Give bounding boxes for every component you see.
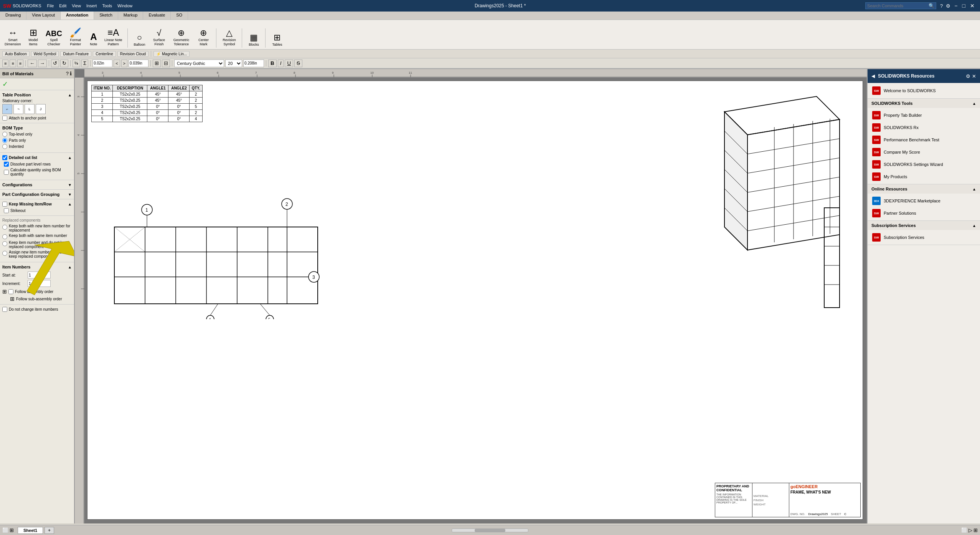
- replaced-opt2[interactable]: [2, 234, 7, 239]
- 3dexperience-item[interactable]: 3DX 3DEXPERIENCE Marketplace: [870, 195, 978, 207]
- solidworks-rx-item[interactable]: SW SOLIDWORKS Rx: [870, 121, 978, 134]
- datum-feature-btn[interactable]: Datum Feature: [60, 51, 91, 57]
- menu-edit[interactable]: Edit: [56, 3, 69, 9]
- do-not-change-checkbox[interactable]: [2, 307, 7, 312]
- calculate-checkbox[interactable]: [4, 170, 9, 175]
- outdent-btn[interactable]: →: [38, 60, 47, 67]
- corner-tl[interactable]: ⌐: [2, 104, 12, 114]
- format-painter-btn[interactable]: 🖌️ FormatPainter: [66, 26, 85, 48]
- replaced-opt1[interactable]: [2, 225, 7, 230]
- balloon-btn[interactable]: ○ Balloon: [131, 31, 148, 48]
- welcome-sw-item[interactable]: SW Welcome to SOLIDWORKS: [870, 84, 978, 97]
- minimize-button[interactable]: −: [952, 2, 960, 9]
- tab-drawing[interactable]: Drawing: [0, 12, 26, 20]
- keep-missing-checkbox[interactable]: [2, 202, 7, 207]
- corner-bl[interactable]: L: [25, 104, 35, 114]
- panel-settings-icon[interactable]: ⚙: [966, 73, 970, 79]
- my-products-item[interactable]: SW My Products: [870, 171, 978, 183]
- statusbar-icon1[interactable]: ⬜: [2, 527, 8, 533]
- table-position-header[interactable]: Table Position ▲: [2, 93, 72, 97]
- restore-button[interactable]: □: [960, 2, 968, 9]
- close-button[interactable]: ✕: [968, 2, 977, 9]
- sigma-btn[interactable]: Σ: [81, 60, 88, 67]
- menu-tools[interactable]: Tools: [99, 3, 115, 9]
- h-scrollbar[interactable]: [452, 528, 528, 532]
- detailed-cut-checkbox[interactable]: [2, 155, 7, 160]
- online-resources-header[interactable]: Online Resources ▲: [868, 184, 980, 194]
- statusbar-icon3[interactable]: ⬜: [961, 527, 967, 533]
- font-family-select[interactable]: Century Gothic: [174, 60, 224, 67]
- surface-finish-btn[interactable]: √ SurfaceFinish: [149, 27, 168, 48]
- settings-wizard-item[interactable]: SW SOLIDWORKS Settings Wizard: [870, 158, 978, 171]
- help-icon2[interactable]: ℹ: [70, 71, 72, 76]
- item-numbers-header[interactable]: Item Numbers ▲: [2, 265, 72, 269]
- grid-icon-btn[interactable]: ⊟: [162, 60, 170, 67]
- menu-window[interactable]: Window: [115, 3, 135, 9]
- help-button[interactable]: ?: [939, 3, 944, 9]
- keep-missing-header[interactable]: Keep Missing Item/Row ▲: [2, 202, 72, 207]
- geometric-tolerance-btn[interactable]: ⊕ GeometricTolerance: [170, 27, 192, 48]
- sw-tools-header[interactable]: SOLIDWORKS Tools ▲: [868, 99, 980, 108]
- accept-icon[interactable]: ✓: [2, 80, 8, 88]
- sheet-tab[interactable]: Sheet1: [18, 527, 43, 534]
- search-icon[interactable]: 🔍: [929, 3, 934, 8]
- smart-dimension-btn[interactable]: ↔ SmartDimension: [2, 26, 23, 48]
- options-button[interactable]: ⚙: [944, 3, 952, 9]
- indent-btn[interactable]: ←: [28, 60, 36, 67]
- add-sheet-btn[interactable]: +: [45, 527, 54, 534]
- revision-symbol-btn[interactable]: △ RevisionSymbol: [219, 27, 239, 48]
- replaced-opt3[interactable]: [2, 241, 7, 246]
- dissolve-checkbox[interactable]: [4, 162, 9, 167]
- strikeout-checkbox[interactable]: [4, 208, 9, 213]
- increase-btn[interactable]: >: [121, 60, 127, 67]
- tab-markup[interactable]: Markup: [118, 12, 144, 20]
- menu-file[interactable]: File: [45, 3, 57, 9]
- statusbar-icon2[interactable]: ⊞: [10, 527, 14, 533]
- table-icon-btn[interactable]: ⊞: [153, 60, 161, 67]
- linear-note-pattern-btn[interactable]: ≡A Linear NotePattern: [102, 26, 125, 48]
- tab-sketch[interactable]: Sketch: [94, 12, 118, 20]
- search-input[interactable]: [867, 3, 929, 8]
- font-size-select[interactable]: 20: [225, 60, 242, 67]
- align-center-btn[interactable]: ≡: [10, 60, 16, 67]
- start-at-input[interactable]: [28, 272, 51, 278]
- align-right-btn[interactable]: ≡: [17, 60, 23, 67]
- model-items-btn[interactable]: ⊞ ModelItems: [25, 26, 42, 48]
- note-btn[interactable]: A Note: [87, 30, 101, 48]
- help-info-icon[interactable]: ?: [66, 71, 69, 76]
- align-left-btn[interactable]: ≡: [2, 60, 8, 67]
- compare-score-item[interactable]: SW Compare My Score: [870, 146, 978, 158]
- bold-btn[interactable]: B: [268, 60, 277, 67]
- property-tab-builder-item[interactable]: SW Property Tab Builder: [870, 109, 978, 121]
- partner-solutions-item[interactable]: SW Partner Solutions: [870, 207, 978, 219]
- configurations-header[interactable]: Configurations ▼: [2, 182, 72, 187]
- blocks-btn[interactable]: ▦ Blocks: [245, 31, 262, 48]
- statusbar-icon4[interactable]: ▷: [968, 527, 972, 533]
- tab-view-layout[interactable]: View Layout: [26, 12, 61, 20]
- radio-partsonly-input[interactable]: [2, 138, 7, 143]
- detailed-cut-header[interactable]: Detailed cut list ▲: [2, 155, 72, 160]
- auto-balloon-btn[interactable]: Auto Balloon: [2, 51, 30, 57]
- performance-benchmark-item[interactable]: SW Performance Benchmark Test: [870, 134, 978, 146]
- menu-view[interactable]: View: [69, 3, 84, 9]
- weld-symbol-btn[interactable]: Weld Symbol: [31, 51, 59, 57]
- underline-btn[interactable]: U: [285, 60, 293, 67]
- replaced-opt4[interactable]: [2, 251, 7, 256]
- bom-type-header[interactable]: BOM Type: [2, 126, 72, 130]
- statusbar-icon5[interactable]: ⊞: [973, 527, 978, 533]
- radio-indented-input[interactable]: [2, 144, 7, 149]
- radio-toplevel-input[interactable]: [2, 132, 7, 137]
- part-config-header[interactable]: Part Configuration Grouping ▼: [2, 192, 72, 197]
- tables-btn[interactable]: ⊞ Tables: [269, 31, 285, 48]
- tab-annotation[interactable]: Annotation: [61, 12, 94, 20]
- line-height-input[interactable]: [93, 60, 112, 67]
- rotate-btn[interactable]: ↺: [51, 60, 59, 67]
- centerline-btn[interactable]: Centerline: [93, 51, 116, 57]
- panel-close-icon[interactable]: ✕: [972, 73, 976, 79]
- tab-evaluate[interactable]: Evaluate: [143, 12, 171, 20]
- revision-cloud-btn[interactable]: Revision Cloud: [117, 51, 148, 57]
- attach-anchor-checkbox[interactable]: [2, 116, 7, 121]
- subscription-services-header[interactable]: Subscription Services ▲: [868, 221, 980, 230]
- strikethrough-btn[interactable]: S: [294, 60, 302, 67]
- font-size-pts-input[interactable]: [244, 60, 264, 67]
